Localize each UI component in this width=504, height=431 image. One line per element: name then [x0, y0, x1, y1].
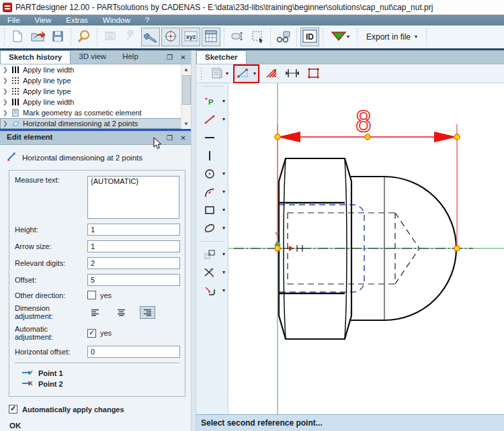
scrollbar-thumb[interactable]	[182, 75, 191, 105]
arrow-size-input[interactable]	[87, 240, 180, 252]
dropdown-icon[interactable]: ▾	[226, 71, 228, 77]
origin-point[interactable]	[275, 246, 280, 251]
dimensioning-tool-button[interactable]: ▾	[233, 64, 259, 83]
tree-scrollbar[interactable]: ▲ ▼	[181, 64, 191, 129]
chevron-right-icon[interactable]: ❯	[3, 88, 9, 95]
reference-point-right[interactable]	[454, 246, 460, 251]
circle-tool-button[interactable]: ▾	[196, 164, 228, 183]
menu-view[interactable]: View	[28, 15, 59, 26]
open-button[interactable]	[28, 28, 47, 46]
dimension-point-right[interactable]	[454, 134, 460, 140]
arc-tool-button[interactable]: ▾	[196, 183, 228, 201]
line-tool-button[interactable]: ▾	[196, 110, 228, 128]
selection-frame-button[interactable]	[248, 28, 267, 46]
view-part-button[interactable]	[274, 28, 293, 46]
panel-close-button[interactable]: ✕	[177, 52, 189, 62]
export-dropdown-icon[interactable]: ▾	[415, 34, 417, 40]
variables-button[interactable]: xyz	[181, 28, 200, 46]
dropdown-icon[interactable]: ▾	[222, 288, 225, 293]
menu-help[interactable]: ?	[138, 15, 157, 26]
value-table-button[interactable]	[202, 28, 220, 46]
dropdown-icon[interactable]: ▾	[222, 252, 225, 257]
menu-extras[interactable]: Extras	[58, 15, 95, 26]
xyz-icon-text: xyz	[186, 34, 196, 40]
ellipse-icon	[202, 223, 217, 234]
align-right-button[interactable]	[140, 306, 155, 319]
measure-text-input[interactable]: {AUTOMATIC}	[87, 176, 179, 219]
point1-row[interactable]: Point 1	[15, 368, 179, 379]
transfer-button[interactable]: ▾	[327, 28, 353, 46]
new-document-button[interactable]	[8, 28, 27, 46]
window-layout-button[interactable]	[101, 28, 120, 46]
frame-button[interactable]	[304, 65, 323, 83]
chevron-right-icon[interactable]: ❯	[3, 66, 9, 73]
point-tool-button[interactable]: P ▾	[196, 92, 228, 110]
id-button[interactable]: ID	[300, 28, 319, 46]
hatch-button[interactable]	[261, 65, 280, 83]
part-mode-button[interactable]	[141, 28, 160, 46]
dropdown-icon[interactable]: ▾	[222, 189, 225, 195]
vertical-line-tool-button[interactable]	[196, 146, 228, 164]
tab-sketch-history[interactable]: Sketch history	[0, 50, 71, 64]
tree-row[interactable]: ❯ Apply line type	[0, 75, 191, 86]
tab-help[interactable]: Help	[114, 50, 146, 64]
zoom-button[interactable]	[75, 28, 93, 46]
panel-close-button[interactable]: ✕	[177, 133, 189, 143]
dropdown-icon[interactable]: ▾	[222, 99, 225, 104]
measure-button[interactable]	[228, 28, 247, 46]
fillet-tool-button[interactable]: ▾	[196, 281, 228, 299]
align-center-button[interactable]	[114, 306, 129, 319]
export-in-file-button[interactable]: Export in file ▾	[360, 30, 423, 44]
chevron-right-icon[interactable]: ❯	[3, 109, 9, 116]
cosmetic-elements-button[interactable]: ▾	[208, 65, 231, 83]
other-direction-checkbox[interactable]	[87, 291, 96, 299]
point2-row[interactable]: Point 2	[15, 379, 179, 389]
auto-apply-checkbox[interactable]	[9, 405, 17, 414]
tree-row-selected[interactable]: ❯ Horizontal dimensioning at 2 points	[0, 118, 191, 129]
offset-tool-button[interactable]: ▾	[196, 245, 228, 263]
chevron-right-icon[interactable]: ❯	[3, 120, 9, 127]
dimension-point-left[interactable]	[275, 134, 280, 140]
rectangle-tool-button[interactable]: ▾	[196, 201, 228, 219]
automatic-adjustment-checkbox[interactable]	[87, 329, 96, 338]
tab-sketcher[interactable]: Sketcher	[196, 50, 247, 64]
trim-tool-button[interactable]: T ▾	[196, 263, 228, 281]
reference-points[interactable]	[275, 134, 460, 251]
dimension-value-text[interactable]: 8	[355, 105, 372, 138]
dropdown-icon[interactable]: ▾	[222, 270, 225, 275]
ellipse-tool-button[interactable]: ▾	[196, 219, 228, 237]
menu-file[interactable]: File	[0, 15, 28, 26]
chevron-right-icon[interactable]: ❯	[3, 99, 9, 105]
offset-input[interactable]	[87, 274, 180, 286]
align-left-button[interactable]	[87, 306, 103, 319]
dropdown-icon[interactable]: ▾	[222, 207, 225, 213]
panel-maximize-button[interactable]: ❐	[164, 133, 175, 143]
horizontal-offset-input[interactable]	[87, 346, 180, 358]
dropdown-icon[interactable]: ▾	[222, 117, 225, 122]
dropdown-icon[interactable]: ▾	[253, 71, 256, 77]
sketch-button[interactable]	[161, 28, 180, 46]
dimension-point-middle[interactable]	[365, 134, 370, 140]
relevant-digits-input[interactable]	[87, 257, 180, 269]
dock-splitter[interactable]	[191, 50, 196, 431]
chevron-right-icon[interactable]: ❯	[3, 77, 9, 84]
dropdown-icon[interactable]: ▾	[222, 226, 225, 231]
panel-maximize-button[interactable]: ❐	[164, 52, 175, 62]
tree-row[interactable]: ❯ Mark geometry as cosmetic element	[0, 107, 191, 118]
dropdown-icon[interactable]: ▾	[222, 171, 225, 177]
scroll-up-icon[interactable]: ▲	[181, 64, 191, 75]
tab-3d-view[interactable]: 3D view	[71, 50, 114, 64]
ok-button[interactable]: OK	[9, 422, 191, 430]
tree-row[interactable]: ❯ Apply line type	[0, 86, 191, 97]
transfer-dropdown-icon[interactable]: ▾	[347, 34, 349, 40]
menu-window[interactable]: Window	[95, 15, 138, 26]
tree-row[interactable]: ❯ Apply line width	[0, 64, 191, 75]
save-button[interactable]	[48, 28, 67, 46]
scroll-down-icon[interactable]: ▼	[181, 119, 191, 129]
height-input[interactable]	[87, 224, 180, 236]
sketch-canvas[interactable]: Y 8	[228, 83, 504, 414]
distance-dimension-button[interactable]	[282, 65, 302, 83]
horizontal-line-tool-button[interactable]	[196, 128, 228, 146]
tree-row[interactable]: ❯ Apply line width	[0, 97, 191, 107]
settings-button[interactable]	[121, 28, 140, 46]
